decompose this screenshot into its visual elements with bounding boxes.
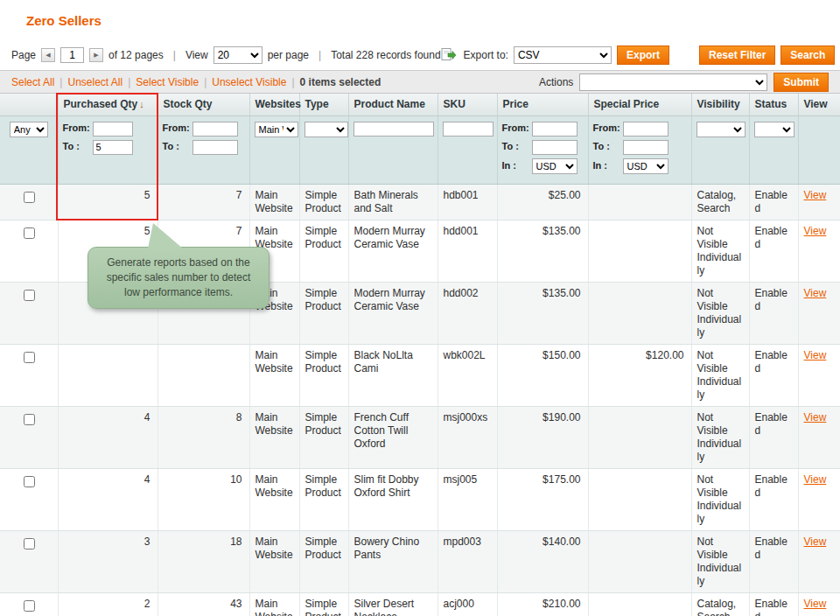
submit-button[interactable]: Submit bbox=[774, 73, 829, 92]
cell-visibility: Catalog, Search bbox=[691, 184, 749, 220]
cell-view: View bbox=[798, 220, 840, 282]
stock-qty-from-input[interactable] bbox=[192, 122, 238, 136]
col-header-type[interactable]: Type bbox=[299, 94, 348, 116]
type-filter-select[interactable] bbox=[304, 122, 348, 137]
row-checkbox[interactable] bbox=[24, 476, 35, 487]
col-header-visibility[interactable]: Visibility bbox=[691, 94, 749, 116]
col-header-status[interactable]: Status bbox=[749, 94, 798, 116]
row-view-link[interactable]: View bbox=[804, 189, 827, 201]
cell-type: Simple Product bbox=[299, 468, 348, 530]
cell-price: $175.00 bbox=[497, 468, 588, 530]
websites-filter-select[interactable]: Main Website bbox=[255, 122, 298, 137]
cell-product-name: Black NoLlta Cami bbox=[348, 344, 438, 406]
special-price-from-input[interactable] bbox=[623, 122, 668, 136]
massaction-any-select[interactable]: Any bbox=[10, 122, 48, 137]
next-page-button[interactable]: ▶ bbox=[89, 48, 103, 62]
unselect-visible-link[interactable]: Unselect Visible bbox=[212, 76, 286, 88]
export-format-select[interactable]: CSV bbox=[514, 46, 612, 64]
separator: | bbox=[128, 76, 130, 88]
row-checkbox[interactable] bbox=[24, 352, 35, 363]
cell-type: Simple Product bbox=[299, 184, 348, 220]
cell-visibility: Catalog, Search bbox=[691, 592, 749, 616]
row-view-link[interactable]: View bbox=[804, 473, 827, 486]
cell-status: Enabled bbox=[749, 184, 798, 220]
col-header-websites[interactable]: Websites bbox=[249, 94, 299, 116]
cell-visibility: Not Visible Individually bbox=[691, 406, 749, 468]
special-price-currency-select[interactable]: USD bbox=[623, 158, 668, 174]
actions-select[interactable] bbox=[579, 74, 767, 91]
row-view-link[interactable]: View bbox=[804, 287, 827, 299]
cell-view: View bbox=[798, 468, 840, 530]
separator: | bbox=[318, 49, 321, 61]
visibility-filter-select[interactable] bbox=[696, 122, 746, 137]
sku-filter-input[interactable] bbox=[443, 122, 494, 136]
row-checkbox[interactable] bbox=[24, 290, 35, 301]
filter-price: From: To : In :USD bbox=[497, 116, 588, 184]
purchased-qty-to-input[interactable] bbox=[93, 140, 133, 155]
col-header-sku[interactable]: SKU bbox=[438, 94, 497, 116]
cell-sku: msj000xs bbox=[438, 406, 497, 468]
col-label: Purchased Qty bbox=[64, 98, 138, 110]
col-header-purchased-qty[interactable]: Purchased Qty↓ bbox=[58, 94, 158, 116]
cell-checkbox bbox=[0, 592, 58, 616]
cell-type: Simple Product bbox=[299, 406, 348, 468]
from-label: From: bbox=[63, 122, 93, 135]
cell-status: Enabled bbox=[749, 468, 798, 530]
per-page-select[interactable]: 20 bbox=[214, 46, 262, 64]
cell-view: View bbox=[798, 530, 840, 592]
cell-checkbox bbox=[0, 282, 58, 344]
separator: | bbox=[173, 49, 176, 61]
cell-status: Enabled bbox=[749, 406, 798, 468]
export-icon bbox=[441, 47, 456, 64]
row-checkbox[interactable] bbox=[24, 600, 35, 612]
col-header-product-name[interactable]: Product Name bbox=[348, 94, 438, 116]
product-name-filter-input[interactable] bbox=[354, 122, 434, 136]
select-all-link[interactable]: Select All bbox=[11, 76, 54, 88]
filter-view bbox=[798, 116, 840, 184]
reset-filter-button[interactable]: Reset Filter bbox=[699, 46, 775, 65]
cell-websites: Main Website bbox=[249, 468, 299, 530]
col-header-special-price[interactable]: Special Price bbox=[588, 94, 691, 116]
callout-text: Generate reports based on the specific s… bbox=[107, 256, 251, 298]
row-view-link[interactable]: View bbox=[804, 598, 827, 610]
row-checkbox[interactable] bbox=[24, 192, 35, 203]
row-checkbox[interactable] bbox=[24, 538, 35, 550]
purchased-qty-from-input[interactable] bbox=[93, 122, 133, 136]
cell-price: $150.00 bbox=[497, 344, 588, 406]
page-number-input[interactable] bbox=[60, 47, 84, 63]
cell-purchased-qty: 2 bbox=[58, 592, 158, 616]
cell-product-name: Modern Murray Ceramic Vase bbox=[348, 220, 438, 282]
price-from-input[interactable] bbox=[532, 122, 578, 136]
table-row: 57Main WebsiteSimple ProductBath Mineral… bbox=[0, 184, 840, 220]
unselect-all-link[interactable]: Unselect All bbox=[67, 76, 122, 88]
view-label: View bbox=[186, 49, 208, 61]
cell-product-name: French Cuff Cotton Twill Oxford bbox=[348, 406, 438, 468]
row-view-link[interactable]: View bbox=[804, 225, 827, 237]
grid-toolbar: Page ◀ ▶ of 12 pages | View 20 per page … bbox=[0, 40, 840, 70]
cell-checkbox bbox=[0, 406, 58, 468]
col-header-price[interactable]: Price bbox=[497, 94, 588, 116]
cell-websites: Main Website bbox=[249, 184, 299, 220]
row-view-link[interactable]: View bbox=[804, 536, 827, 548]
col-header-stock-qty[interactable]: Stock Qty bbox=[158, 94, 249, 116]
row-view-link[interactable]: View bbox=[804, 349, 827, 361]
cell-view: View bbox=[798, 344, 840, 406]
price-currency-select[interactable]: USD bbox=[532, 158, 578, 174]
price-to-input[interactable] bbox=[532, 140, 578, 155]
select-visible-link[interactable]: Select Visible bbox=[136, 76, 199, 88]
row-view-link[interactable]: View bbox=[804, 411, 827, 424]
massaction-bar: Select All | Unselect All | Select Visib… bbox=[0, 70, 840, 94]
stock-qty-to-input[interactable] bbox=[192, 140, 238, 155]
row-checkbox[interactable] bbox=[24, 228, 35, 239]
row-checkbox[interactable] bbox=[24, 414, 35, 425]
cell-websites: Main Website bbox=[249, 530, 299, 592]
page-title: Zero Sellers bbox=[26, 13, 102, 28]
previous-page-button[interactable]: ◀ bbox=[41, 48, 55, 62]
cell-type: Simple Product bbox=[299, 344, 348, 406]
cell-special-price bbox=[588, 530, 691, 592]
sort-desc-icon: ↓ bbox=[139, 99, 144, 109]
special-price-to-input[interactable] bbox=[623, 140, 668, 155]
status-filter-select[interactable] bbox=[754, 122, 794, 137]
export-button[interactable]: Export bbox=[617, 46, 669, 65]
search-button[interactable]: Search bbox=[780, 46, 835, 65]
